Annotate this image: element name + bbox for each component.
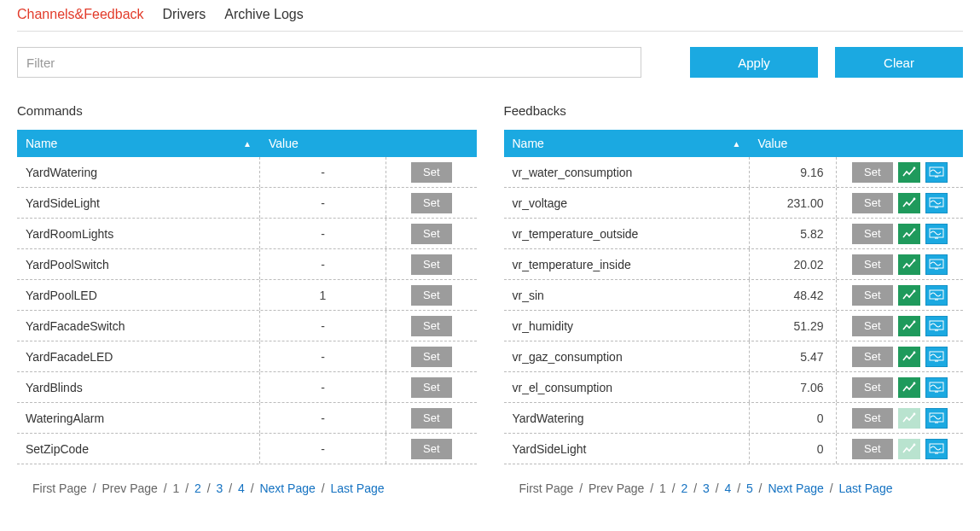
oscilloscope-icon[interactable] (925, 162, 948, 183)
set-button[interactable]: Set (411, 316, 452, 336)
set-button[interactable]: Set (852, 377, 893, 398)
pager-last[interactable]: Last Page (838, 481, 892, 495)
feedback-value: 5.82 (750, 219, 837, 248)
tab-archive-logs[interactable]: Archive Logs (224, 7, 304, 22)
chart-icon[interactable] (898, 224, 920, 244)
tab-drivers[interactable]: Drivers (163, 7, 206, 22)
command-name: YardPoolLED (17, 280, 260, 310)
clear-button[interactable]: Clear (835, 47, 963, 78)
command-value: - (260, 219, 386, 248)
pager-page-4[interactable]: 4 (238, 481, 245, 495)
pager-next[interactable]: Next Page (259, 481, 315, 495)
oscilloscope-icon[interactable] (925, 224, 948, 244)
oscilloscope-icon[interactable] (925, 254, 948, 275)
set-button[interactable]: Set (852, 224, 893, 244)
pager-last[interactable]: Last Page (330, 481, 384, 495)
apply-button[interactable]: Apply (690, 47, 818, 78)
command-value: - (260, 157, 386, 187)
oscilloscope-icon[interactable] (925, 377, 948, 398)
command-value: - (260, 341, 386, 371)
set-button[interactable]: Set (411, 439, 452, 459)
set-button[interactable]: Set (411, 224, 452, 244)
svg-rect-22 (930, 382, 943, 391)
pager-next[interactable]: Next Page (768, 481, 823, 495)
set-button[interactable]: Set (852, 316, 893, 336)
oscilloscope-icon[interactable] (925, 347, 948, 367)
tab-channels-feedback[interactable]: Channels&Feedback (17, 7, 144, 22)
table-row: vr_temperature_inside20.02Set (504, 249, 964, 280)
feedback-value: 48.42 (750, 280, 837, 310)
feedback-value: 20.02 (750, 249, 837, 279)
chart-icon[interactable] (898, 377, 920, 398)
svg-point-27 (913, 443, 915, 446)
set-button[interactable]: Set (411, 408, 452, 429)
oscilloscope-icon[interactable] (925, 193, 948, 213)
commands-header-value[interactable]: Value (260, 137, 386, 150)
command-name: YardPoolSwitch (17, 249, 260, 279)
set-button[interactable]: Set (411, 285, 452, 306)
pager-first[interactable]: First Page (519, 481, 574, 495)
sort-asc-icon: ▲ (733, 139, 741, 149)
set-button[interactable]: Set (411, 193, 452, 213)
set-button[interactable]: Set (411, 347, 452, 367)
chart-icon[interactable] (898, 162, 920, 183)
svg-point-24 (913, 412, 915, 415)
set-button[interactable]: Set (411, 254, 452, 275)
svg-point-6 (913, 228, 915, 230)
chart-icon[interactable] (898, 285, 920, 306)
table-row: YardWatering-Set (17, 157, 477, 188)
command-value: 1 (260, 280, 386, 310)
pager-page-4[interactable]: 4 (724, 481, 731, 495)
feedback-value: 231.00 (750, 188, 837, 218)
pager-first[interactable]: First Page (32, 481, 87, 495)
feedback-name: vr_voltage (504, 188, 750, 218)
feedback-value: 5.47 (750, 341, 837, 371)
pager-page-3[interactable]: 3 (703, 481, 710, 495)
set-button[interactable]: Set (411, 162, 452, 183)
set-button[interactable]: Set (411, 377, 452, 398)
svg-point-9 (913, 259, 915, 261)
pager-page-2[interactable]: 2 (194, 481, 201, 495)
table-row: YardPoolLED1Set (17, 280, 477, 311)
pager-prev[interactable]: Prev Page (589, 481, 644, 495)
pager-page-1[interactable]: 1 (659, 481, 666, 495)
svg-rect-7 (930, 229, 943, 237)
oscilloscope-icon[interactable] (925, 408, 948, 429)
pager-prev[interactable]: Prev Page (101, 481, 157, 495)
oscilloscope-icon[interactable] (925, 285, 948, 306)
set-button[interactable]: Set (852, 254, 893, 275)
pager-page-5[interactable]: 5 (746, 481, 753, 495)
set-button[interactable]: Set (852, 162, 893, 183)
set-button[interactable]: Set (852, 193, 893, 213)
set-button[interactable]: Set (852, 439, 893, 459)
svg-point-18 (913, 351, 915, 353)
pager-page-2[interactable]: 2 (681, 481, 688, 495)
table-row: vr_voltage231.00Set (504, 188, 964, 219)
svg-rect-1 (930, 167, 943, 176)
feedbacks-header-value[interactable]: Value (750, 137, 837, 150)
command-value: - (260, 249, 386, 279)
table-row: vr_water_consumption9.16Set (504, 157, 964, 188)
command-value: - (260, 434, 386, 464)
pager-page-1[interactable]: 1 (173, 481, 180, 495)
filter-input[interactable] (17, 47, 641, 78)
oscilloscope-icon[interactable] (925, 439, 948, 459)
table-row: vr_el_consumption7.06Set (504, 372, 964, 403)
command-name: SetZipCode (17, 434, 260, 464)
commands-header-name[interactable]: Name ▲ (17, 137, 260, 150)
oscilloscope-icon[interactable] (925, 316, 948, 336)
commands-title: Commands (17, 103, 477, 118)
set-button[interactable]: Set (852, 285, 893, 306)
table-row: YardWatering0Set (504, 403, 964, 434)
chart-icon[interactable] (898, 316, 920, 336)
table-row: YardRoomLights-Set (17, 219, 477, 249)
table-row: vr_temperature_outside5.82Set (504, 219, 964, 249)
pager-page-3[interactable]: 3 (216, 481, 223, 495)
chart-icon[interactable] (898, 347, 920, 367)
chart-icon[interactable] (898, 193, 920, 213)
chart-icon[interactable] (898, 254, 920, 275)
table-row: vr_humidity51.29Set (504, 311, 964, 341)
feedbacks-header-name[interactable]: Name ▲ (504, 137, 750, 150)
set-button[interactable]: Set (852, 347, 893, 367)
set-button[interactable]: Set (852, 408, 893, 429)
